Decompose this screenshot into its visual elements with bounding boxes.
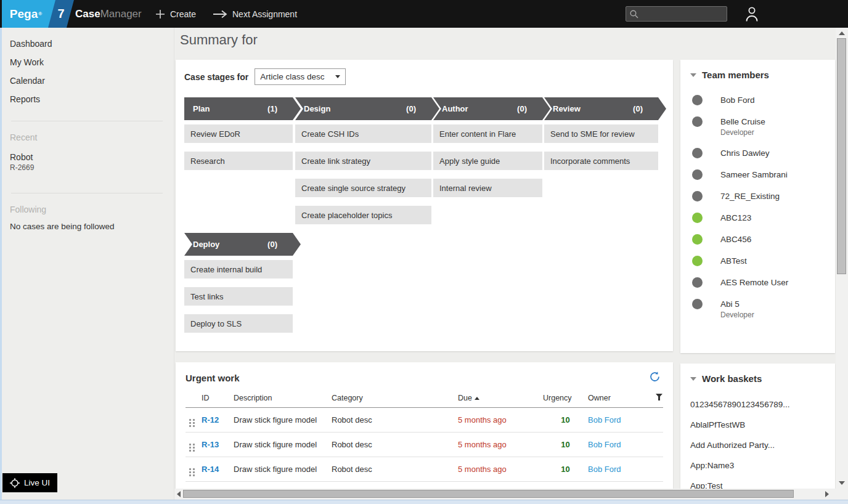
presence-status-icon (692, 277, 703, 288)
cell-category: Robot desc (332, 415, 458, 425)
table-row[interactable]: R-13 Draw stick figure model Robot desc … (186, 433, 663, 457)
chevron-down-icon (335, 75, 340, 78)
user-menu-button[interactable] (744, 6, 759, 25)
owner-link[interactable]: Bob Ford (588, 440, 656, 449)
sidebar-item-my-work[interactable]: My Work (10, 57, 174, 68)
drag-handle-icon[interactable] (189, 468, 191, 470)
team-member[interactable]: ABC456 (690, 234, 825, 245)
cell-category: Robot desc (332, 465, 458, 474)
column-header-id[interactable]: ID (202, 394, 234, 402)
stage-task[interactable]: Test links (184, 287, 293, 306)
stage-task[interactable]: Incorporate comments (544, 152, 658, 170)
column-header-category[interactable]: Category (332, 394, 458, 402)
stage-task[interactable]: Deploy to SLS (184, 314, 293, 333)
work-basket-item[interactable]: AblalPfTestWB (690, 420, 825, 430)
team-member[interactable]: 72_RE_Existing (690, 191, 825, 202)
triangle-down-icon (690, 377, 696, 381)
team-member[interactable]: Sameer Sambrani (690, 169, 825, 181)
team-member[interactable]: Abi 5 Developer (690, 299, 825, 320)
case-manager-window: Pega® 7 CaseManager Create Next Assignme… (0, 0, 848, 504)
refresh-button[interactable] (649, 371, 661, 385)
presence-status-icon (692, 148, 703, 158)
stage-task[interactable]: Review EDoR (184, 124, 293, 143)
stage-task[interactable]: Create CSH IDs (295, 124, 431, 143)
stage-task[interactable]: Send to SME for review (544, 124, 658, 143)
stage-task[interactable]: Internal review (433, 179, 542, 197)
stage-task[interactable]: Create placeholder topics (295, 206, 431, 224)
target-icon (10, 478, 20, 488)
work-baskets-header[interactable]: Work baskets (690, 373, 825, 384)
sidebar-item-dashboard[interactable]: Dashboard (10, 38, 174, 49)
scroll-left-arrow[interactable] (177, 491, 181, 497)
search-box[interactable] (626, 6, 727, 22)
owner-link[interactable]: Bob Ford (588, 415, 656, 425)
sidebar-item-calendar[interactable]: Calendar (10, 75, 174, 86)
stage-count: (0) (406, 104, 416, 113)
team-member[interactable]: Bob Ford (690, 95, 825, 106)
team-member[interactable]: ABTest (690, 256, 825, 267)
case-id-link[interactable]: R-13 (202, 440, 234, 449)
stage-header-design[interactable]: Design (0) (295, 97, 439, 120)
work-basket-item[interactable]: App:Test (690, 481, 825, 489)
search-input[interactable] (642, 9, 722, 18)
sidebar-item-reports[interactable]: Reports (10, 94, 174, 105)
vertical-scrollbar[interactable] (836, 28, 848, 500)
plus-icon (155, 9, 165, 19)
live-ui-button[interactable]: Live UI (2, 473, 57, 492)
column-header-due[interactable]: Due (458, 394, 543, 402)
stage-task[interactable]: Create single source strategy (295, 179, 431, 197)
stage-task[interactable]: Create internal build (184, 260, 293, 278)
triangle-down-icon (690, 73, 696, 77)
team-member[interactable]: AES Remote User (690, 277, 825, 288)
column-header-description[interactable]: Description (234, 394, 332, 402)
team-member[interactable]: Chris Dawley (690, 148, 825, 159)
team-members-title: Team members (702, 70, 769, 80)
scroll-down-arrow[interactable] (839, 481, 845, 485)
column-header-owner[interactable]: Owner (588, 394, 656, 402)
stage-header-deploy[interactable]: Deploy (0) (184, 233, 301, 256)
stage-count: (1) (267, 104, 277, 113)
triangle-up-icon (475, 397, 479, 400)
stage-header-review[interactable]: Review (0) (544, 97, 666, 120)
stage-task[interactable]: Research (184, 152, 293, 170)
pega-logo[interactable]: Pega® 7 (2, 0, 73, 28)
drag-handle-icon[interactable] (189, 419, 191, 421)
table-row[interactable]: R-12 Draw stick figure model Robot desc … (186, 408, 663, 433)
vertical-scrollbar-thumb[interactable] (837, 38, 846, 274)
stage-header-author[interactable]: Author (0) (433, 97, 550, 120)
stage-task[interactable]: Apply style guide (433, 152, 542, 170)
work-basket-item[interactable]: Add Authorized Party... (690, 441, 825, 450)
horizontal-scrollbar[interactable] (174, 489, 836, 500)
column-header-urgency[interactable]: Urgency (543, 394, 588, 402)
case-id-link[interactable]: R-14 (202, 465, 234, 474)
stage-header-plan[interactable]: Plan (1) (184, 97, 301, 120)
horizontal-scrollbar-thumb[interactable] (183, 490, 794, 498)
create-button[interactable]: Create (155, 0, 196, 28)
case-id-link[interactable]: R-12 (202, 415, 234, 425)
drag-handle-icon[interactable] (189, 444, 191, 445)
presence-status-icon (692, 213, 703, 223)
table-row[interactable]: R-14 Draw stick figure model Robot desc … (186, 457, 663, 482)
scroll-right-arrow[interactable] (825, 491, 829, 497)
team-member[interactable]: Belle Cruise Developer (690, 116, 825, 137)
owner-link[interactable]: Bob Ford (588, 465, 656, 474)
cell-urgency: 10 (543, 415, 588, 425)
recent-case-link[interactable]: Robot (10, 152, 174, 162)
scroll-up-arrow[interactable] (839, 31, 845, 35)
cell-description: Draw stick figure model (234, 440, 332, 449)
left-sidebar: Dashboard My Work Calendar Reports Recen… (2, 28, 174, 500)
team-members-header[interactable]: Team members (690, 70, 825, 80)
next-assignment-button[interactable]: Next Assignment (213, 0, 297, 28)
stage-name: Deploy (193, 240, 219, 249)
presence-status-icon (692, 95, 703, 105)
stage-task[interactable]: Enter content in Flare (433, 124, 542, 143)
work-basket-item[interactable]: 01234567890123456789... (690, 400, 825, 410)
work-basket-item[interactable]: App:Name3 (690, 461, 825, 471)
stage-name: Review (553, 104, 581, 113)
member-name: Sameer Sambrani (720, 169, 788, 181)
filter-button[interactable] (656, 394, 662, 402)
team-member[interactable]: ABC123 (690, 213, 825, 224)
stage-task[interactable]: Create link strategy (295, 152, 431, 170)
case-type-select[interactable]: Article class desc (255, 68, 346, 85)
stage-count: (0) (633, 104, 643, 113)
